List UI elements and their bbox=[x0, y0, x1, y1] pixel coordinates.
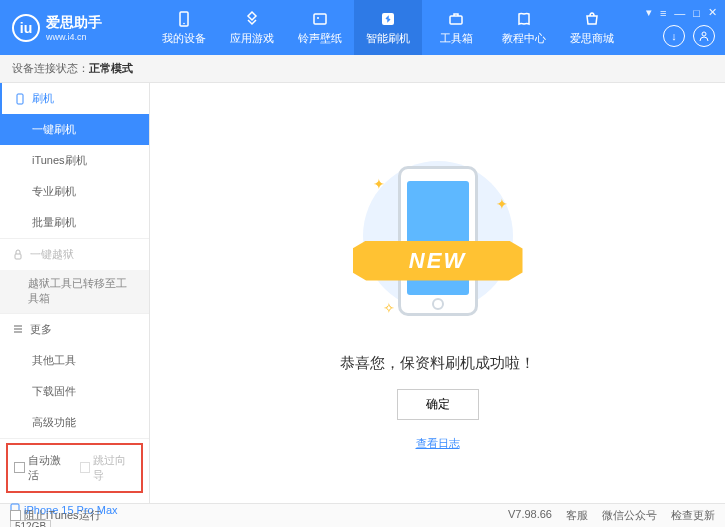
ok-button[interactable]: 确定 bbox=[397, 389, 479, 420]
svg-point-6 bbox=[702, 32, 706, 36]
menu-lines-icon bbox=[12, 323, 24, 335]
nav-my-device[interactable]: 我的设备 bbox=[150, 0, 218, 55]
app-title: 爱思助手 bbox=[46, 14, 102, 32]
app-header: iu 爱思助手 www.i4.cn 我的设备 应用游戏 铃声壁纸 智能刷机 工具… bbox=[0, 0, 725, 55]
sidebar-batch-flash[interactable]: 批量刷机 bbox=[0, 207, 149, 238]
maximize-icon[interactable]: □ bbox=[693, 7, 700, 19]
svg-point-1 bbox=[183, 22, 185, 24]
main-content: ✦ ✦ ✧ NEW 恭喜您，保资料刷机成功啦！ 确定 查看日志 bbox=[150, 83, 725, 503]
nav-tutorial[interactable]: 教程中心 bbox=[490, 0, 558, 55]
image-icon bbox=[311, 10, 329, 28]
sidebar-more-header[interactable]: 更多 bbox=[0, 314, 149, 345]
store-icon bbox=[583, 10, 601, 28]
new-badge: NEW bbox=[353, 241, 523, 281]
nav-store[interactable]: 爱思商城 bbox=[558, 0, 626, 55]
success-illustration: ✦ ✦ ✧ NEW bbox=[358, 156, 518, 336]
nav-toolbox[interactable]: 工具箱 bbox=[422, 0, 490, 55]
top-nav: 我的设备 应用游戏 铃声壁纸 智能刷机 工具箱 教程中心 爱思商城 bbox=[150, 0, 626, 55]
flash-icon bbox=[379, 10, 397, 28]
minimize-icon[interactable]: — bbox=[674, 7, 685, 19]
sidebar-pro-flash[interactable]: 专业刷机 bbox=[0, 176, 149, 207]
sidebar-jailbreak-note: 越狱工具已转移至工具箱 bbox=[0, 270, 149, 313]
status-label: 设备连接状态： bbox=[12, 61, 89, 76]
sidebar-other-tools[interactable]: 其他工具 bbox=[0, 345, 149, 376]
svg-rect-5 bbox=[450, 16, 462, 24]
version-label: V7.98.66 bbox=[508, 508, 552, 523]
sidebar: 刷机 一键刷机 iTunes刷机 专业刷机 批量刷机 一键越狱 越狱工具已转移至… bbox=[0, 83, 150, 503]
view-log-link[interactable]: 查看日志 bbox=[416, 436, 460, 451]
status-bar: 设备连接状态： 正常模式 bbox=[0, 55, 725, 83]
sidebar-itunes-flash[interactable]: iTunes刷机 bbox=[0, 145, 149, 176]
svg-point-3 bbox=[317, 17, 319, 19]
close-icon[interactable]: ✕ bbox=[708, 6, 717, 19]
sidebar-download-firmware[interactable]: 下载固件 bbox=[0, 376, 149, 407]
book-icon bbox=[515, 10, 533, 28]
footer-wechat[interactable]: 微信公众号 bbox=[602, 508, 657, 523]
nav-apps[interactable]: 应用游戏 bbox=[218, 0, 286, 55]
user-button[interactable] bbox=[693, 25, 715, 47]
checkbox-highlight-area: 自动激活 跳过向导 bbox=[6, 443, 143, 493]
logo-area: iu 爱思助手 www.i4.cn bbox=[0, 14, 150, 42]
skip-guide-checkbox[interactable]: 跳过向导 bbox=[80, 453, 136, 483]
apps-icon bbox=[243, 10, 261, 28]
toolbox-icon bbox=[447, 10, 465, 28]
auto-activate-checkbox[interactable]: 自动激活 bbox=[14, 453, 70, 483]
svg-rect-7 bbox=[17, 94, 23, 104]
phone-icon bbox=[14, 93, 26, 105]
window-controls: ▾ ≡ — □ ✕ bbox=[646, 6, 717, 19]
sidebar-oneclick-flash[interactable]: 一键刷机 bbox=[0, 114, 149, 145]
svg-rect-8 bbox=[15, 254, 21, 259]
logo-icon: iu bbox=[12, 14, 40, 42]
footer-update[interactable]: 检查更新 bbox=[671, 508, 715, 523]
app-url: www.i4.cn bbox=[46, 32, 102, 42]
sidebar-jailbreak-header: 一键越狱 bbox=[0, 239, 149, 270]
nav-flash[interactable]: 智能刷机 bbox=[354, 0, 422, 55]
success-message: 恭喜您，保资料刷机成功啦！ bbox=[340, 354, 535, 373]
status-value: 正常模式 bbox=[89, 61, 133, 76]
sidebar-advanced[interactable]: 高级功能 bbox=[0, 407, 149, 438]
lock-icon bbox=[12, 249, 24, 261]
svg-rect-2 bbox=[314, 14, 326, 24]
footer-support[interactable]: 客服 bbox=[566, 508, 588, 523]
device-icon bbox=[175, 10, 193, 28]
list-icon[interactable]: ≡ bbox=[660, 7, 666, 19]
menu-icon[interactable]: ▾ bbox=[646, 6, 652, 19]
block-itunes-checkbox[interactable]: 阻止iTunes运行 bbox=[10, 508, 101, 523]
nav-ringtone[interactable]: 铃声壁纸 bbox=[286, 0, 354, 55]
download-button[interactable]: ↓ bbox=[663, 25, 685, 47]
sidebar-flash-header[interactable]: 刷机 bbox=[0, 83, 149, 114]
